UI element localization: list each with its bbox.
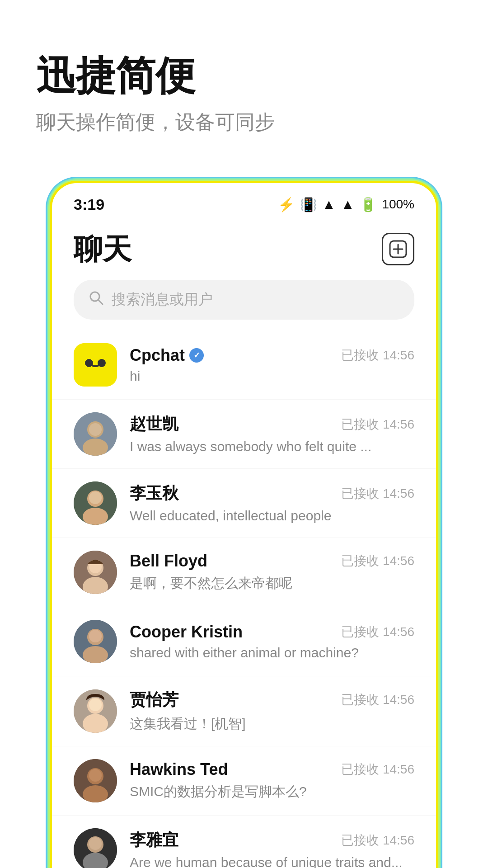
search-input: 搜索消息或用户 xyxy=(112,290,213,310)
chat-item-hawkinsted[interactable]: Hawkins Ted 已接收 14:56 SMIC的数据分析是写脚本么? xyxy=(52,746,436,816)
chat-meta-zhaosk: 已接收 14:56 xyxy=(341,416,414,433)
svg-point-11 xyxy=(89,423,102,436)
svg-point-27 xyxy=(89,698,102,711)
chat-content-cpchat: Cpchat✓ 已接收 14:56 hi xyxy=(130,346,414,384)
chat-content-bellfloyd: Bell Floyd 已接收 14:56 是啊，要不然怎么来帝都呢 xyxy=(130,552,414,593)
vibrate-icon: 📳 xyxy=(300,197,317,212)
svg-point-26 xyxy=(83,714,108,733)
chat-list: Cpchat✓ 已接收 14:56 hi 赵世凯 已接收 14:56 I was… xyxy=(52,330,436,868)
chat-item-bellfloyd[interactable]: Bell Floyd 已接收 14:56 是啊，要不然怎么来帝都呢 xyxy=(52,538,436,607)
avatar-liyayi xyxy=(74,828,117,868)
avatar-hawkinsted xyxy=(74,759,117,802)
chat-meta-liyayi: 已接收 14:56 xyxy=(341,832,414,849)
chat-preview-hawkinsted: SMIC的数据分析是写脚本么? xyxy=(130,783,414,801)
chat-preview-liyayi: Are we human because of unique traits an… xyxy=(130,855,414,868)
chat-item-jiayifang[interactable]: 贾怡芳 已接收 14:56 这集我看过！[机智] xyxy=(52,676,436,746)
avatar-bellfloyd xyxy=(74,551,117,594)
chat-meta-cooperk: 已接收 14:56 xyxy=(341,623,414,641)
chat-content-jiayifang: 贾怡芳 已接收 14:56 这集我看过！[机智] xyxy=(130,689,414,733)
chat-preview-bellfloyd: 是啊，要不然怎么来帝都呢 xyxy=(130,574,414,593)
chat-meta-liyuqiu: 已接收 14:56 xyxy=(341,485,414,502)
chat-preview-jiayifang: 这集我看过！[机智] xyxy=(130,715,414,733)
chat-item-cpchat[interactable]: Cpchat✓ 已接收 14:56 hi xyxy=(52,330,436,400)
svg-point-15 xyxy=(89,491,102,504)
chat-name-zhaosk: 赵世凯 xyxy=(130,413,178,435)
avatar-zhaosk xyxy=(74,412,117,456)
chat-meta-jiayifang: 已接收 14:56 xyxy=(341,691,414,708)
chat-name-bellfloyd: Bell Floyd xyxy=(130,552,207,571)
page-subtitle: 聊天操作简便，设备可同步 xyxy=(36,109,452,136)
chat-top-row: 贾怡芳 已接收 14:56 xyxy=(130,689,414,711)
chat-item-zhaosk[interactable]: 赵世凯 已接收 14:56 I was always somebody who … xyxy=(52,400,436,469)
chat-meta-bellfloyd: 已接收 14:56 xyxy=(341,552,414,570)
chat-name-cooperk: Cooper Kristin xyxy=(130,623,243,642)
search-icon xyxy=(88,290,104,310)
svg-point-23 xyxy=(89,630,102,642)
wifi-icon: ▲ xyxy=(322,197,336,212)
svg-line-4 xyxy=(99,300,103,304)
phone-mockup: 3:19 ⚡ 📳 ▲ ▲ 🔋 100% 聊天 搜索消息或用户 xyxy=(50,181,438,868)
chat-content-hawkinsted: Hawkins Ted 已接收 14:56 SMIC的数据分析是写脚本么? xyxy=(130,760,414,801)
bluetooth-icon: ⚡ xyxy=(278,197,295,212)
page-header: 迅捷简便 聊天操作简便，设备可同步 xyxy=(0,0,488,163)
svg-rect-5 xyxy=(74,343,117,387)
chat-content-liyuqiu: 李玉秋 已接收 14:56 Well educated, intellectua… xyxy=(130,482,414,524)
chat-top-row: 李雅宜 已接收 14:56 xyxy=(130,829,414,851)
chat-content-zhaosk: 赵世凯 已接收 14:56 I was always somebody who … xyxy=(130,413,414,454)
chat-top-row: Cooper Kristin 已接收 14:56 xyxy=(130,623,414,642)
chat-name-cpchat: Cpchat✓ xyxy=(130,346,204,365)
battery-icon: 🔋 xyxy=(360,197,376,212)
search-bar[interactable]: 搜索消息或用户 xyxy=(74,280,414,320)
avatar-cpchat xyxy=(74,343,117,387)
svg-point-35 xyxy=(89,837,102,850)
avatar-jiayifang xyxy=(74,689,117,733)
status-bar: 3:19 ⚡ 📳 ▲ ▲ 🔋 100% xyxy=(52,183,436,221)
chat-name-hawkinsted: Hawkins Ted xyxy=(130,760,228,779)
add-chat-button[interactable] xyxy=(382,233,414,265)
svg-point-31 xyxy=(89,769,102,782)
chat-preview-liyuqiu: Well educated, intellectual people xyxy=(130,508,414,524)
chat-name-liyayi: 李雅宜 xyxy=(130,829,178,851)
chat-preview-zhaosk: I was always somebody who felt quite ... xyxy=(130,439,414,454)
chat-preview-cooperk: shared with either animal or machine? xyxy=(130,645,414,660)
chat-name-jiayifang: 贾怡芳 xyxy=(130,689,178,711)
chat-meta-cpchat: 已接收 14:56 xyxy=(341,347,414,364)
chat-item-liyayi[interactable]: 李雅宜 已接收 14:56 Are we human because of un… xyxy=(52,816,436,868)
chat-top-row: Bell Floyd 已接收 14:56 xyxy=(130,552,414,571)
status-icons: ⚡ 📳 ▲ ▲ 🔋 100% xyxy=(278,197,414,212)
chat-content-cooperk: Cooper Kristin 已接收 14:56 shared with eit… xyxy=(130,623,414,660)
avatar-cooperk xyxy=(74,620,117,663)
chat-item-cooperk[interactable]: Cooper Kristin 已接收 14:56 shared with eit… xyxy=(52,607,436,676)
chat-top-row: 赵世凯 已接收 14:56 xyxy=(130,413,414,435)
chat-name-liyuqiu: 李玉秋 xyxy=(130,482,178,505)
chat-content-liyayi: 李雅宜 已接收 14:56 Are we human because of un… xyxy=(130,829,414,868)
app-header: 聊天 xyxy=(52,221,436,280)
battery-level: 100% xyxy=(382,197,414,212)
avatar-liyuqiu xyxy=(74,481,117,525)
verified-badge: ✓ xyxy=(189,348,204,363)
chat-top-row: Cpchat✓ 已接收 14:56 xyxy=(130,346,414,365)
signal-icon: ▲ xyxy=(341,197,355,212)
chat-top-row: Hawkins Ted 已接收 14:56 xyxy=(130,760,414,779)
chat-top-row: 李玉秋 已接收 14:56 xyxy=(130,482,414,505)
page-title: 迅捷简便 xyxy=(36,54,452,98)
chat-item-liyuqiu[interactable]: 李玉秋 已接收 14:56 Well educated, intellectua… xyxy=(52,469,436,538)
chat-meta-hawkinsted: 已接收 14:56 xyxy=(341,761,414,778)
chat-preview-cpchat: hi xyxy=(130,368,414,384)
app-header-title: 聊天 xyxy=(74,230,131,269)
status-time: 3:19 xyxy=(74,196,104,213)
